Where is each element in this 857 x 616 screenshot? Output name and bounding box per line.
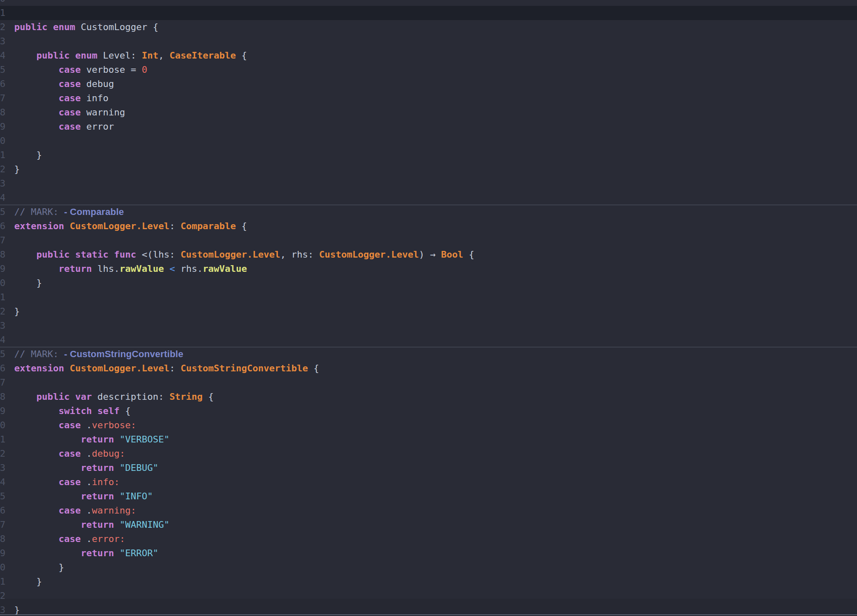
line-number[interactable]: 49 bbox=[0, 546, 5, 560]
code-line[interactable]: 12public enum CustomLogger { bbox=[0, 20, 857, 34]
code-line[interactable]: 36extension CustomLogger.Level: CustomSt… bbox=[0, 361, 857, 376]
line-number[interactable]: 14 bbox=[0, 49, 5, 63]
code-text[interactable]: return "DEBUG" bbox=[14, 461, 158, 475]
code-text[interactable]: public enum CustomLogger { bbox=[14, 20, 158, 34]
code-line[interactable]: 50 } bbox=[0, 560, 857, 575]
line-number[interactable]: 21 bbox=[0, 148, 5, 162]
line-number[interactable]: 36 bbox=[0, 361, 5, 376]
code-line[interactable]: 28 public static func <(lhs: CustomLogge… bbox=[0, 248, 857, 262]
code-text[interactable]: } bbox=[14, 575, 42, 589]
line-number[interactable]: 17 bbox=[0, 91, 5, 105]
code-line[interactable]: 45 return "INFO" bbox=[0, 489, 857, 504]
line-number[interactable]: 22 bbox=[0, 162, 5, 176]
code-line[interactable]: 24 bbox=[0, 191, 857, 205]
line-number[interactable]: 42 bbox=[0, 447, 5, 461]
code-text[interactable]: case .error: bbox=[14, 532, 125, 546]
line-number[interactable]: 25 bbox=[0, 205, 5, 219]
line-number[interactable]: 24 bbox=[0, 191, 5, 205]
code-line[interactable]: 39 switch self { bbox=[0, 404, 857, 418]
line-number[interactable]: 31 bbox=[0, 290, 5, 304]
line-number[interactable]: 38 bbox=[0, 390, 5, 404]
code-text[interactable]: case .verbose: bbox=[14, 418, 136, 432]
code-line[interactable]: 23 bbox=[0, 176, 857, 191]
code-text[interactable]: return lhs.rawValue < rhs.rawValue bbox=[14, 262, 247, 276]
code-text[interactable]: case debug bbox=[14, 77, 114, 91]
code-line[interactable]: 30 } bbox=[0, 276, 857, 290]
code-line[interactable]: 18 case warning bbox=[0, 105, 857, 120]
line-number[interactable]: 34 bbox=[0, 333, 5, 347]
code-text[interactable]: public static func <(lhs: CustomLogger.L… bbox=[14, 248, 474, 262]
line-number[interactable]: 10 bbox=[0, 0, 5, 6]
line-number[interactable]: 50 bbox=[0, 560, 5, 575]
code-line[interactable]: 20 bbox=[0, 134, 857, 148]
code-line[interactable]: 41 return "VERBOSE" bbox=[0, 432, 857, 447]
line-number[interactable]: 30 bbox=[0, 276, 5, 290]
line-number[interactable]: 28 bbox=[0, 248, 5, 262]
line-number[interactable]: 46 bbox=[0, 504, 5, 518]
line-number[interactable]: 18 bbox=[0, 105, 5, 120]
line-number[interactable]: 39 bbox=[0, 404, 5, 418]
code-line[interactable]: 27 bbox=[0, 233, 857, 248]
code-text[interactable]: return "INFO" bbox=[14, 489, 153, 504]
code-text[interactable]: case .warning: bbox=[14, 504, 136, 518]
code-line[interactable]: 29 return lhs.rawValue < rhs.rawValue bbox=[0, 262, 857, 276]
code-line[interactable]: 44 case .info: bbox=[0, 475, 857, 489]
code-line[interactable]: 14 public enum Level: Int, CaseIterable … bbox=[0, 49, 857, 63]
code-line[interactable]: 32} bbox=[0, 304, 857, 319]
line-number[interactable]: 37 bbox=[0, 376, 5, 390]
line-number[interactable]: 44 bbox=[0, 475, 5, 489]
line-number[interactable]: 23 bbox=[0, 176, 5, 191]
code-text[interactable]: } bbox=[14, 560, 64, 575]
line-number[interactable]: 48 bbox=[0, 532, 5, 546]
line-number[interactable]: 29 bbox=[0, 262, 5, 276]
code-line[interactable]: 16 case debug bbox=[0, 77, 857, 91]
line-number[interactable]: 33 bbox=[0, 319, 5, 333]
code-line[interactable]: 10 bbox=[0, 0, 857, 6]
code-text[interactable]: case warning bbox=[14, 105, 125, 120]
line-number[interactable]: 45 bbox=[0, 489, 5, 504]
code-line[interactable]: 47 return "WARNING" bbox=[0, 518, 857, 532]
code-line[interactable]: 40 case .verbose: bbox=[0, 418, 857, 432]
line-number[interactable]: 35 bbox=[0, 347, 5, 361]
code-line[interactable]: 15 case verbose = 0 bbox=[0, 63, 857, 77]
code-line[interactable]: 43 return "DEBUG" bbox=[0, 461, 857, 475]
code-text[interactable]: switch self { bbox=[14, 404, 131, 418]
code-text[interactable]: } bbox=[14, 304, 20, 319]
code-line[interactable]: 19 case error bbox=[0, 120, 857, 134]
code-text[interactable]: } bbox=[14, 276, 42, 290]
code-text[interactable]: return "ERROR" bbox=[14, 546, 158, 560]
code-text[interactable]: case .debug: bbox=[14, 447, 125, 461]
code-line[interactable]: 11 bbox=[0, 6, 857, 20]
code-text[interactable]: case info bbox=[14, 91, 108, 105]
code-text[interactable]: case error bbox=[14, 120, 114, 134]
code-line[interactable]: 26extension CustomLogger.Level: Comparab… bbox=[0, 219, 857, 233]
line-number[interactable]: 16 bbox=[0, 77, 5, 91]
code-line[interactable]: 13 bbox=[0, 34, 857, 49]
code-text[interactable]: case verbose = 0 bbox=[14, 63, 147, 77]
code-text[interactable]: extension CustomLogger.Level: Comparable… bbox=[14, 219, 247, 233]
line-number[interactable]: 11 bbox=[0, 6, 5, 20]
code-line[interactable]: 48 case .error: bbox=[0, 532, 857, 546]
code-text[interactable]: return "WARNING" bbox=[14, 518, 169, 532]
code-area[interactable]: 101112public enum CustomLogger {1314 pub… bbox=[0, 0, 857, 616]
line-number[interactable]: 15 bbox=[0, 63, 5, 77]
line-number[interactable]: 19 bbox=[0, 120, 5, 134]
code-line[interactable]: 21 } bbox=[0, 148, 857, 162]
line-number[interactable]: 27 bbox=[0, 233, 5, 248]
code-text[interactable]: extension CustomLogger.Level: CustomStri… bbox=[14, 361, 319, 376]
code-line[interactable]: 33 bbox=[0, 319, 857, 333]
code-line[interactable]: 46 case .warning: bbox=[0, 504, 857, 518]
code-text[interactable]: } bbox=[14, 148, 42, 162]
line-number[interactable]: 51 bbox=[0, 575, 5, 589]
line-number[interactable]: 13 bbox=[0, 34, 5, 49]
line-number[interactable]: 26 bbox=[0, 219, 5, 233]
code-text[interactable]: public enum Level: Int, CaseIterable { bbox=[14, 49, 247, 63]
code-line[interactable]: 37 bbox=[0, 376, 857, 390]
code-text[interactable]: case .info: bbox=[14, 475, 120, 489]
code-text[interactable]: // MARK: - CustomStringConvertible bbox=[14, 347, 183, 361]
code-line[interactable]: 31 bbox=[0, 290, 857, 304]
code-line[interactable]: 25// MARK: - Comparable bbox=[0, 205, 857, 219]
code-line[interactable]: 38 public var description: String { bbox=[0, 390, 857, 404]
code-text[interactable]: public var description: String { bbox=[14, 390, 214, 404]
code-line[interactable]: 17 case info bbox=[0, 91, 857, 105]
